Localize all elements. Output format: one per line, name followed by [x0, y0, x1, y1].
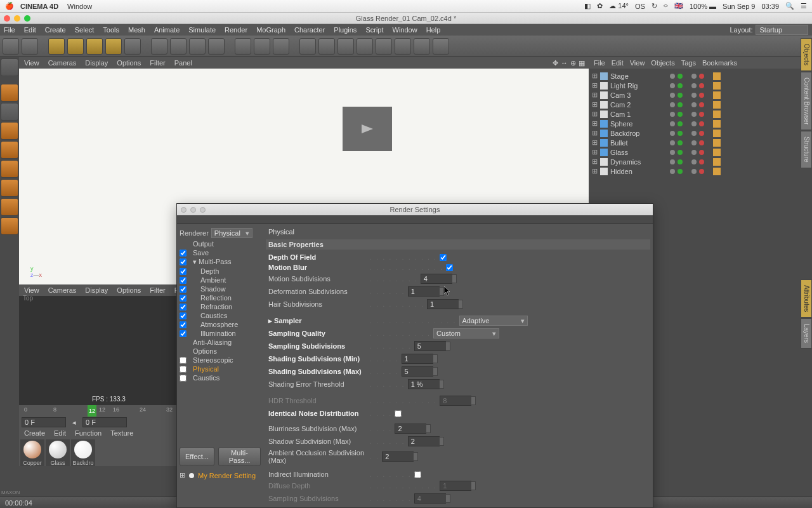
object-mode[interactable]: [1, 122, 18, 140]
property-input[interactable]: [408, 436, 440, 446]
render-tree-item[interactable]: Output: [178, 239, 262, 248]
om-objects[interactable]: Objects: [651, 59, 674, 67]
render-settings-button[interactable]: [273, 38, 289, 55]
menu-script[interactable]: Script: [365, 26, 383, 34]
tab-layers[interactable]: Layers: [801, 318, 812, 349]
vp-display[interactable]: Display: [85, 286, 108, 294]
object-row[interactable]: ⊞ Glass: [591, 147, 809, 157]
render-tree-item[interactable]: Caustics: [178, 373, 262, 382]
add-nurbs[interactable]: [337, 38, 354, 55]
vp-options[interactable]: Options: [117, 286, 141, 294]
vp-panel[interactable]: Panel: [174, 59, 192, 67]
tab-attributes[interactable]: Attributes: [801, 279, 812, 318]
menu-tools[interactable]: Tools: [103, 26, 119, 34]
object-row[interactable]: ⊞ Cam 2: [591, 100, 809, 109]
menu-render[interactable]: Render: [225, 26, 247, 34]
menubar-icon[interactable]: ✿: [597, 2, 603, 10]
point-mode[interactable]: [1, 141, 18, 159]
dialog-minimize[interactable]: [190, 207, 196, 213]
live-select-tool[interactable]: [48, 38, 65, 55]
minimize-button[interactable]: [14, 15, 20, 22]
spinner[interactable]: [452, 274, 457, 283]
object-row[interactable]: ⊞ Sphere: [591, 119, 809, 128]
tab-objects[interactable]: Objects: [801, 38, 812, 71]
property-input[interactable]: [395, 424, 426, 434]
texture-mode[interactable]: [1, 103, 18, 121]
vp-filter[interactable]: Filter: [150, 286, 165, 294]
add-light[interactable]: [433, 38, 449, 55]
vp-nav-icon[interactable]: ✥: [553, 59, 558, 67]
property-input[interactable]: [402, 354, 433, 364]
apple-icon[interactable]: 🍎: [5, 2, 14, 10]
axis-mode[interactable]: [1, 198, 18, 216]
object-row[interactable]: ⊞ Hidden: [591, 166, 809, 176]
tab-structure[interactable]: Structure: [801, 131, 812, 168]
add-deformer[interactable]: [376, 38, 392, 55]
property-checkbox[interactable]: [440, 254, 447, 261]
menubar-icon[interactable]: ◧: [584, 2, 591, 10]
render-tree-item[interactable]: Anti-Aliasing: [178, 338, 262, 347]
scale-tool[interactable]: [86, 38, 103, 55]
object-row[interactable]: ⊞ Stage: [591, 71, 809, 81]
current-frame-input-2[interactable]: [82, 417, 127, 427]
object-row[interactable]: ⊞ Bullet: [591, 138, 809, 147]
vp-display[interactable]: Display: [85, 59, 108, 67]
mat-function[interactable]: Function: [75, 429, 102, 437]
move-tool[interactable]: [67, 38, 84, 55]
mat-create[interactable]: Create: [24, 429, 45, 437]
material-swatch[interactable]: Copper: [20, 439, 44, 466]
spinner[interactable]: [471, 481, 476, 490]
object-row[interactable]: ⊞ Cam 1: [591, 109, 809, 119]
menu-select[interactable]: Select: [75, 26, 95, 34]
polygon-mode[interactable]: [1, 179, 18, 197]
spinner[interactable]: [439, 380, 444, 389]
render-tree-item[interactable]: Depth: [178, 267, 262, 276]
recent-tool[interactable]: [124, 38, 141, 55]
vp-nav-icon[interactable]: ▦: [579, 59, 585, 67]
mac-window-menu[interactable]: Window: [67, 3, 92, 10]
om-tags[interactable]: Tags: [681, 59, 696, 67]
spinner[interactable]: [458, 300, 463, 309]
snap-mode[interactable]: [1, 217, 18, 235]
spotlight-icon[interactable]: 🔍: [785, 2, 794, 10]
vp-view[interactable]: View: [24, 59, 39, 67]
spinner[interactable]: [439, 437, 444, 446]
zoom-button[interactable]: [24, 15, 30, 22]
model-mode[interactable]: [1, 84, 18, 102]
om-bookmarks[interactable]: Bookmarks: [702, 59, 737, 67]
render-tree-item[interactable]: Illumination: [178, 329, 262, 338]
menu-help[interactable]: Help: [426, 26, 441, 34]
spinner[interactable]: [433, 367, 438, 376]
object-row[interactable]: ⊞ Dynamics: [591, 157, 809, 166]
property-input[interactable]: [414, 341, 446, 351]
menu-file[interactable]: File: [4, 26, 15, 34]
dialog-zoom[interactable]: [200, 207, 206, 213]
render-tree-item[interactable]: Refraction: [178, 302, 262, 311]
z-axis-lock[interactable]: [189, 38, 206, 55]
render-tree-item[interactable]: Ambient: [178, 276, 262, 284]
menu-mograph[interactable]: MoGraph: [256, 26, 285, 34]
render-tree-item[interactable]: ▾ Multi-Pass: [178, 257, 262, 267]
property-checkbox[interactable]: [446, 264, 453, 271]
menu-window[interactable]: Window: [393, 26, 417, 34]
add-array[interactable]: [357, 38, 373, 55]
wifi-icon[interactable]: ⌔: [664, 3, 668, 10]
current-frame-input[interactable]: [22, 417, 66, 427]
property-checkbox[interactable]: [414, 471, 421, 478]
property-input[interactable]: [414, 493, 446, 504]
renderer-select[interactable]: Physical: [211, 228, 252, 238]
render-tree-item[interactable]: Atmosphere: [178, 320, 262, 329]
spinner[interactable]: [445, 494, 450, 503]
y-axis-lock[interactable]: [170, 38, 187, 55]
coord-system[interactable]: [208, 38, 225, 55]
material-swatch[interactable]: Glass: [46, 439, 70, 466]
close-button[interactable]: [4, 15, 10, 22]
spinner[interactable]: [445, 342, 450, 351]
vp-nav-icon[interactable]: ⊕: [570, 59, 576, 67]
property-input[interactable]: [421, 274, 452, 284]
mac-app-name[interactable]: CINEMA 4D: [20, 3, 58, 10]
menu-create[interactable]: Create: [45, 26, 66, 34]
render-picture-viewer[interactable]: [254, 38, 270, 55]
render-tree-item[interactable]: Options: [178, 347, 262, 356]
spinner[interactable]: [413, 452, 418, 461]
